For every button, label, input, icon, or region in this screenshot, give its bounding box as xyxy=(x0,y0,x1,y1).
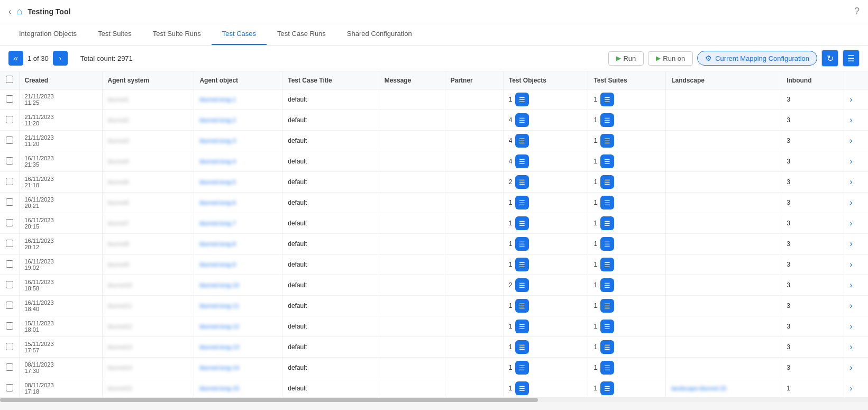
row-message xyxy=(379,337,445,358)
row-title: default xyxy=(282,378,379,397)
tab-shared-configuration[interactable]: Shared Configuration xyxy=(336,23,423,45)
row-detail-btn[interactable]: › xyxy=(844,337,868,358)
test-suites-list-btn[interactable]: ☰ xyxy=(600,237,614,251)
row-detail-btn[interactable]: › xyxy=(844,275,868,296)
test-suites-list-btn[interactable]: ☰ xyxy=(600,299,614,313)
tab-test-cases[interactable]: Test Cases xyxy=(212,23,267,45)
help-button[interactable]: ? xyxy=(854,6,860,17)
test-suites-list-btn[interactable]: ☰ xyxy=(600,340,614,354)
select-all-checkbox[interactable] xyxy=(6,76,13,83)
test-suites-list-btn[interactable]: ☰ xyxy=(600,278,614,292)
row-detail-btn[interactable]: › xyxy=(844,131,868,151)
test-suites-list-btn[interactable]: ☰ xyxy=(600,361,614,375)
test-suites-list-btn[interactable]: ☰ xyxy=(600,154,614,168)
menu-button[interactable]: ☰ xyxy=(843,50,860,67)
row-checkbox[interactable] xyxy=(6,198,13,206)
row-checkbox[interactable] xyxy=(6,219,13,226)
row-checkbox[interactable] xyxy=(6,302,13,309)
row-checkbox[interactable] xyxy=(6,384,13,391)
test-suites-list-btn[interactable]: ☰ xyxy=(600,258,614,271)
test-objects-list-btn[interactable]: ☰ xyxy=(515,381,529,395)
tab-test-suites[interactable]: Test Suites xyxy=(87,23,142,45)
run-button[interactable]: ▶ Run xyxy=(608,51,644,66)
test-suites-list-btn[interactable]: ☰ xyxy=(600,93,614,106)
test-objects-list-btn[interactable]: ☰ xyxy=(515,320,529,333)
row-checkbox[interactable] xyxy=(6,178,13,185)
test-suites-list-btn[interactable]: ☰ xyxy=(600,175,614,189)
row-checkbox[interactable] xyxy=(6,363,13,371)
row-checkbox[interactable] xyxy=(6,281,13,288)
test-objects-list-btn[interactable]: ☰ xyxy=(515,134,529,148)
row-detail-btn[interactable]: › xyxy=(844,213,868,234)
test-suites-list-btn[interactable]: ☰ xyxy=(600,216,614,230)
test-objects-list-btn[interactable]: ☰ xyxy=(515,258,529,271)
test-objects-list-btn[interactable]: ☰ xyxy=(515,299,529,313)
row-checkbox[interactable] xyxy=(6,260,13,268)
row-agent-system: blurred5 xyxy=(102,172,194,193)
run-on-button[interactable]: ▶ Run on xyxy=(648,51,693,66)
tab-test-suite-runs[interactable]: Test Suite Runs xyxy=(142,23,212,45)
row-test-suites: 1 ☰ xyxy=(588,89,666,110)
row-detail-btn[interactable]: › xyxy=(844,172,868,193)
row-checkbox[interactable] xyxy=(6,240,13,247)
test-objects-list-btn[interactable]: ☰ xyxy=(515,237,529,251)
row-landscape xyxy=(666,151,781,172)
col-partner: Partner xyxy=(445,71,503,89)
refresh-button[interactable]: ↻ xyxy=(821,50,838,67)
test-objects-list-btn[interactable]: ☰ xyxy=(515,93,529,106)
tab-integration-objects[interactable]: Integration Objects xyxy=(8,23,87,45)
col-actions xyxy=(844,71,868,89)
test-suites-list-btn[interactable]: ☰ xyxy=(600,320,614,333)
test-suites-list-btn[interactable]: ☰ xyxy=(600,381,614,395)
next-page-button[interactable]: › xyxy=(53,51,68,66)
row-inbound: 3 xyxy=(781,234,844,254)
row-landscape xyxy=(666,254,781,275)
test-objects-list-btn[interactable]: ☰ xyxy=(515,340,529,354)
row-checkbox[interactable] xyxy=(6,157,13,165)
row-detail-btn[interactable]: › xyxy=(844,110,868,131)
row-checkbox[interactable] xyxy=(6,116,13,123)
test-suites-list-btn[interactable]: ☰ xyxy=(600,134,614,148)
row-inbound: 3 xyxy=(781,213,844,234)
row-detail-btn[interactable]: › xyxy=(844,358,868,378)
row-agent-object: blurred-long-6 xyxy=(194,193,282,213)
test-objects-list-btn[interactable]: ☰ xyxy=(515,216,529,230)
row-detail-btn[interactable]: › xyxy=(844,378,868,397)
row-detail-btn[interactable]: › xyxy=(844,254,868,275)
row-test-objects: 1 ☰ xyxy=(503,296,588,316)
config-button[interactable]: ⚙ Current Mapping Configuration xyxy=(697,51,817,66)
horizontal-scrollbar[interactable] xyxy=(0,397,868,402)
row-checkbox[interactable] xyxy=(6,95,13,103)
test-objects-list-btn[interactable]: ☰ xyxy=(515,196,529,209)
row-test-suites: 1 ☰ xyxy=(588,110,666,131)
tab-test-case-runs[interactable]: Test Case Runs xyxy=(267,23,336,45)
row-test-objects: 2 ☰ xyxy=(503,275,588,296)
home-icon[interactable]: ⌂ xyxy=(16,6,22,17)
test-objects-list-btn[interactable]: ☰ xyxy=(515,278,529,292)
table-container: Created Agent system Agent object Test C… xyxy=(0,71,868,397)
test-objects-list-btn[interactable]: ☰ xyxy=(515,175,529,189)
test-suites-list-btn[interactable]: ☰ xyxy=(600,196,614,209)
row-checkbox[interactable] xyxy=(6,343,13,350)
test-suites-list-btn[interactable]: ☰ xyxy=(600,113,614,127)
test-objects-list-btn[interactable]: ☰ xyxy=(515,154,529,168)
row-message xyxy=(379,89,445,110)
row-detail-btn[interactable]: › xyxy=(844,234,868,254)
test-objects-list-btn[interactable]: ☰ xyxy=(515,113,529,127)
back-button[interactable]: ‹ xyxy=(8,7,11,16)
row-title: default xyxy=(282,234,379,254)
row-detail-btn[interactable]: › xyxy=(844,89,868,110)
row-checkbox[interactable] xyxy=(6,136,13,144)
row-checkbox-cell xyxy=(0,358,19,378)
test-objects-list-btn[interactable]: ☰ xyxy=(515,361,529,375)
row-detail-btn[interactable]: › xyxy=(844,316,868,337)
row-detail-btn[interactable]: › xyxy=(844,151,868,172)
prev-page-button[interactable]: « xyxy=(8,51,23,66)
row-checkbox[interactable] xyxy=(6,322,13,330)
table-row: 16/11/202321:18 blurred5 blurred-long-5 … xyxy=(0,172,868,193)
nav-tabs: Integration Objects Test Suites Test Sui… xyxy=(0,23,868,45)
row-detail-btn[interactable]: › xyxy=(844,193,868,213)
row-inbound: 3 xyxy=(781,89,844,110)
row-detail-btn[interactable]: › xyxy=(844,296,868,316)
row-inbound: 3 xyxy=(781,131,844,151)
